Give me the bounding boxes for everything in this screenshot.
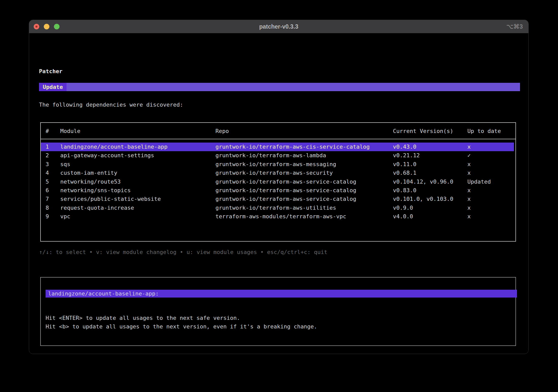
tab-bar: Update bbox=[39, 83, 520, 91]
traffic-lights bbox=[34, 20, 59, 33]
row-num: 8 bbox=[46, 204, 60, 212]
column-header-num: # bbox=[46, 127, 60, 139]
minimize-button[interactable] bbox=[44, 24, 49, 29]
row-module: landingzone/account-baseline-app bbox=[60, 143, 215, 151]
window-title: patcher-v0.3.3 bbox=[29, 23, 528, 30]
table-row[interactable]: 6 networking/sns-topics gruntwork-io/ter… bbox=[41, 186, 515, 195]
column-header-repo: Repo bbox=[215, 127, 393, 139]
row-module: services/public-static-website bbox=[60, 195, 215, 203]
zoom-button[interactable] bbox=[54, 24, 59, 29]
dependency-table: # Module Repo Current Version(s) Up to d… bbox=[40, 122, 516, 242]
row-status: Updated bbox=[467, 178, 515, 186]
row-module: custom-iam-entity bbox=[60, 169, 215, 177]
row-num: 7 bbox=[46, 195, 60, 203]
selected-module-bar: landingzone/account-baseline-app: bbox=[46, 290, 517, 298]
instruction-line: Hit <ENTER> to update all usages to the … bbox=[46, 314, 501, 322]
row-status: x bbox=[467, 186, 515, 195]
instruction-line: Hit <b> to update all usages to the next… bbox=[46, 322, 501, 331]
row-repo: gruntwork-io/terraform-aws-lambda bbox=[215, 151, 393, 160]
intro-text: The following dependencies were discover… bbox=[39, 101, 183, 109]
row-module: request-quota-increase bbox=[60, 204, 215, 212]
column-header-status: Up to date bbox=[467, 127, 515, 139]
row-version: v0.9.0 bbox=[393, 204, 467, 212]
row-version: v0.11.0 bbox=[393, 160, 467, 169]
row-status: x bbox=[467, 204, 515, 212]
row-module: networking/sns-topics bbox=[60, 186, 215, 195]
row-repo: gruntwork-io/terraform-aws-messaging bbox=[215, 160, 393, 169]
row-num: 4 bbox=[46, 169, 60, 177]
row-num: 6 bbox=[46, 186, 60, 195]
row-repo: terraform-aws-modules/terraform-aws-vpc bbox=[215, 212, 393, 221]
row-module: networking/route53 bbox=[60, 178, 215, 186]
row-repo: gruntwork-io/terraform-aws-service-catal… bbox=[215, 195, 393, 203]
row-module: vpc bbox=[60, 212, 215, 221]
row-module: api-gateway-account-settings bbox=[60, 151, 215, 160]
row-status: x bbox=[467, 143, 514, 151]
table-row[interactable]: 9 vpc terraform-aws-modules/terraform-aw… bbox=[41, 212, 515, 221]
row-num: 3 bbox=[46, 160, 60, 169]
row-status: ✓ bbox=[467, 151, 515, 160]
row-version: v0.83.0 bbox=[393, 186, 467, 195]
row-status: x bbox=[467, 160, 515, 169]
row-repo: gruntwork-io/terraform-aws-service-catal… bbox=[215, 186, 393, 195]
row-module: sqs bbox=[60, 160, 215, 169]
table-row[interactable]: 1 landingzone/account-baseline-app grunt… bbox=[41, 143, 514, 151]
row-version: v4.0.0 bbox=[393, 212, 467, 221]
table-row[interactable]: 5 networking/route53 gruntwork-io/terraf… bbox=[41, 178, 515, 186]
keyboard-shortcut-badge: ⌥⌘3 bbox=[506, 20, 523, 33]
detail-panel: landingzone/account-baseline-app: Hit <E… bbox=[40, 277, 516, 346]
titlebar: patcher-v0.3.3 ⌥⌘3 bbox=[29, 20, 528, 33]
row-version: v0.104.12, v0.96.0 bbox=[393, 178, 467, 186]
column-header-module: Module bbox=[60, 127, 215, 139]
row-repo: gruntwork-io/terraform-aws-security bbox=[215, 169, 393, 177]
table-row[interactable]: 8 request-quota-increase gruntwork-io/te… bbox=[41, 204, 515, 212]
row-num: 2 bbox=[46, 151, 60, 160]
app-heading: Patcher bbox=[39, 67, 63, 76]
row-repo: gruntwork-io/terraform-aws-service-catal… bbox=[215, 178, 393, 186]
row-version: v0.21.12 bbox=[393, 151, 467, 160]
row-repo: gruntwork-io/terraform-aws-cis-service-c… bbox=[215, 143, 393, 151]
row-version: v0.101.0, v0.103.0 bbox=[393, 195, 467, 203]
row-status: x bbox=[467, 212, 515, 221]
row-version: v0.43.0 bbox=[393, 143, 467, 151]
table-header-row: # Module Repo Current Version(s) Up to d… bbox=[41, 123, 515, 139]
table-row[interactable]: 7 services/public-static-website gruntwo… bbox=[41, 195, 515, 203]
row-version: v0.68.1 bbox=[393, 169, 467, 177]
terminal-window: patcher-v0.3.3 ⌥⌘3 Patcher Update The fo… bbox=[29, 20, 529, 354]
table-body: 1 landingzone/account-baseline-app grunt… bbox=[41, 139, 515, 221]
row-num: 1 bbox=[46, 143, 60, 151]
help-bar: ↑/↓: to select • v: view module changelo… bbox=[39, 248, 327, 257]
row-status: x bbox=[467, 195, 515, 203]
row-status: x bbox=[467, 169, 515, 177]
column-header-version: Current Version(s) bbox=[393, 127, 467, 139]
row-num: 5 bbox=[46, 178, 60, 186]
table-row[interactable]: 4 custom-iam-entity gruntwork-io/terrafo… bbox=[41, 169, 515, 177]
tab-update[interactable]: Update bbox=[39, 83, 67, 91]
close-button[interactable] bbox=[34, 24, 39, 29]
row-repo: gruntwork-io/terraform-aws-utilities bbox=[215, 204, 393, 212]
row-num: 9 bbox=[46, 212, 60, 221]
table-row[interactable]: 3 sqs gruntwork-io/terraform-aws-messagi… bbox=[41, 160, 515, 169]
terminal-content: Patcher Update The following dependencie… bbox=[29, 33, 528, 354]
table-row[interactable]: 2 api-gateway-account-settings gruntwork… bbox=[41, 151, 515, 160]
